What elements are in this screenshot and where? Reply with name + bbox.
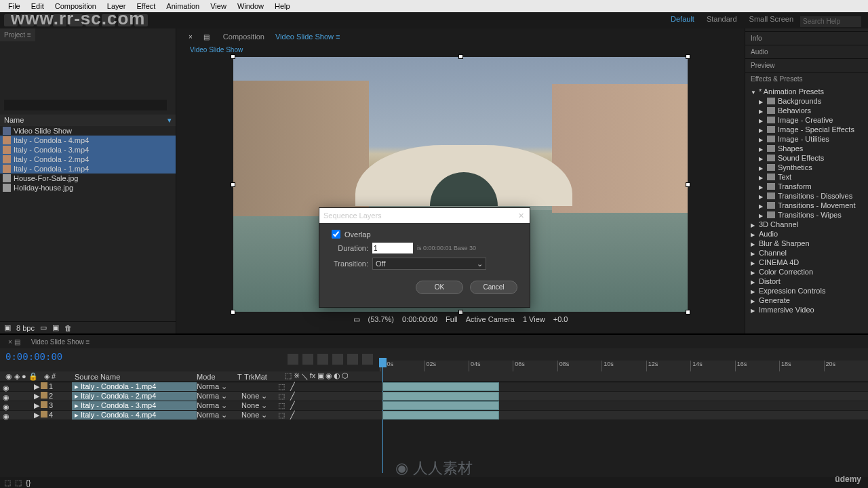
label-color[interactable] [41, 392, 47, 399]
trash-icon[interactable]: 🗑 [64, 324, 72, 332]
visibility-icon[interactable]: ◉ [3, 412, 9, 419]
selection-handle[interactable] [458, 54, 463, 59]
expand-arrow-icon[interactable] [759, 106, 764, 115]
ruler-tick[interactable]: 10s [601, 361, 646, 371]
expand-arrow-icon[interactable] [751, 277, 756, 285]
project-item[interactable]: Italy - Condola - 1.mp4 [0, 164, 176, 174]
toggle-in-out-icon[interactable]: {} [26, 479, 31, 487]
blend-mode-dropdown[interactable]: Norma ⌄ [197, 401, 237, 410]
expand-arrow-icon[interactable]: ▶ [34, 411, 39, 420]
selection-handle[interactable] [231, 310, 235, 314]
effect-category[interactable]: Generate [751, 296, 863, 305]
bpc-toggle[interactable]: 8 bpc [16, 324, 35, 332]
visibility-icon[interactable]: ◉ [3, 393, 9, 400]
motion-blur-icon[interactable] [347, 354, 358, 365]
workspace-tab[interactable]: Default [671, 15, 694, 23]
layer-switches[interactable]: ⬚╱ [278, 411, 380, 420]
preset-folder[interactable]: Transform [759, 182, 863, 191]
frame-blend-icon[interactable] [332, 354, 343, 365]
label-color[interactable] [41, 401, 47, 408]
draft3d-icon[interactable] [302, 354, 313, 365]
expand-arrow-icon[interactable]: ▶ [34, 392, 39, 401]
layer-name[interactable]: ▸ Italy - Condola - 4.mp4 [72, 411, 197, 420]
expand-arrow-icon[interactable] [759, 201, 764, 209]
camera-dropdown[interactable]: Active Camera [466, 315, 515, 323]
panel-header-effects-presets[interactable]: Effects & Presets [745, 72, 868, 85]
ruler-tick[interactable]: 02s [424, 361, 468, 371]
expand-arrow-icon[interactable] [751, 87, 756, 96]
selection-handle[interactable] [686, 310, 690, 314]
expand-arrow-icon[interactable] [751, 268, 756, 276]
layer-name[interactable]: ▸ Italy - Condola - 1.mp4 [72, 382, 197, 391]
transition-dropdown[interactable]: Off ⌄ [372, 258, 486, 270]
panel-header-preview[interactable]: Preview [745, 58, 868, 72]
comp-tab-name[interactable]: Video Slide Show ≡ [270, 30, 346, 43]
layer-switches[interactable]: ⬚╱ [278, 392, 380, 401]
blend-mode-dropdown[interactable]: Norma ⌄ [197, 392, 237, 401]
exposure-value[interactable]: +0.0 [553, 315, 568, 323]
project-item[interactable]: Italy - Condola - 3.mp4 [0, 145, 176, 155]
preset-folder[interactable]: Image - Utilities [759, 134, 863, 144]
expand-arrow-icon[interactable] [759, 97, 764, 105]
close-tab-icon[interactable]: × [183, 30, 198, 43]
project-item[interactable]: House-For-Sale.jpg [0, 174, 176, 183]
expand-arrow-icon[interactable] [751, 296, 756, 304]
graph-editor-icon[interactable] [362, 354, 373, 365]
panel-header-info[interactable]: Info [745, 31, 868, 45]
expand-arrow-icon[interactable] [759, 144, 764, 152]
project-item[interactable]: Italy - Condola - 4.mp4 [0, 136, 176, 145]
expand-arrow-icon[interactable] [759, 154, 764, 162]
selection-handle[interactable] [231, 182, 235, 187]
workspace-tab[interactable]: Small Screen [749, 15, 793, 23]
toggle-switches-icon[interactable]: ⬚ [4, 479, 11, 487]
preset-folder[interactable]: Transitions - Dissolves [759, 191, 863, 201]
ruler-tick[interactable]: 14s [690, 361, 734, 371]
ruler-tick[interactable]: 04s [469, 361, 513, 371]
zoom-display[interactable]: (53.7%) [368, 315, 395, 323]
layer-name[interactable]: ▸ Italy - Condola - 3.mp4 [72, 401, 197, 410]
expand-arrow-icon[interactable] [751, 258, 756, 266]
views-dropdown[interactable]: 1 View [523, 315, 545, 323]
preset-folder[interactable]: Synthetics [759, 163, 863, 172]
expand-arrow-icon[interactable]: ▶ [34, 401, 39, 410]
close-icon[interactable]: ✕ [516, 211, 526, 220]
trkmat-column[interactable]: TrkMat [244, 373, 285, 381]
ruler-tick[interactable]: 20s [824, 361, 868, 371]
mode-column[interactable]: Mode [197, 373, 237, 381]
effect-category[interactable]: Blur & Sharpen [751, 239, 863, 248]
resolution-dropdown[interactable]: Full [446, 315, 458, 323]
toggle-modes-icon[interactable]: ⬚ [15, 479, 22, 487]
duration-input[interactable] [372, 243, 413, 253]
preset-folder[interactable]: Image - Creative [759, 115, 863, 125]
effect-category[interactable]: Distort [751, 277, 863, 286]
overlap-checkbox[interactable] [332, 230, 340, 239]
ruler-tick[interactable]: 12s [646, 361, 690, 371]
preset-folder[interactable]: Shapes [759, 144, 863, 153]
time-ruler[interactable]: :00s02s04s06s08s10s12s14s16s18s20s [380, 361, 868, 371]
effect-category[interactable]: Channel [751, 248, 863, 258]
project-item[interactable]: Holiday-house.jpg [0, 183, 176, 192]
ruler-tick[interactable]: 18s [779, 361, 823, 371]
layer-switches[interactable]: ⬚╱ [278, 401, 380, 410]
layer-clip[interactable] [382, 382, 499, 391]
expand-arrow-icon[interactable] [751, 239, 756, 247]
preset-folder[interactable]: Image - Special Effects [759, 125, 863, 134]
search-help-input[interactable]: Search Help [800, 16, 861, 27]
expand-arrow-icon[interactable] [759, 211, 764, 219]
expand-arrow-icon[interactable] [751, 220, 756, 228]
preset-folder[interactable]: Text [759, 172, 863, 182]
blend-mode-dropdown[interactable]: Norma ⌄ [197, 411, 237, 420]
column-dropdown-icon[interactable]: ▾ [167, 116, 172, 125]
project-column-header[interactable]: Name ▾ [0, 115, 176, 126]
expand-arrow-icon[interactable] [751, 249, 756, 257]
project-search-input[interactable] [4, 100, 167, 110]
cancel-button[interactable]: Cancel [470, 281, 517, 294]
preset-folder[interactable]: Transitions - Movement [759, 201, 863, 210]
new-folder-icon[interactable]: ▭ [40, 323, 47, 332]
shy-icon[interactable] [317, 354, 328, 365]
blend-mode-dropdown[interactable]: Norma ⌄ [197, 382, 237, 391]
tab-menu-icon[interactable]: ▤ [198, 30, 215, 43]
comp-mini-flowchart-icon[interactable] [288, 354, 298, 365]
effect-category[interactable]: Color Correction [751, 267, 863, 277]
preset-folder[interactable]: Sound Effects [759, 153, 863, 163]
